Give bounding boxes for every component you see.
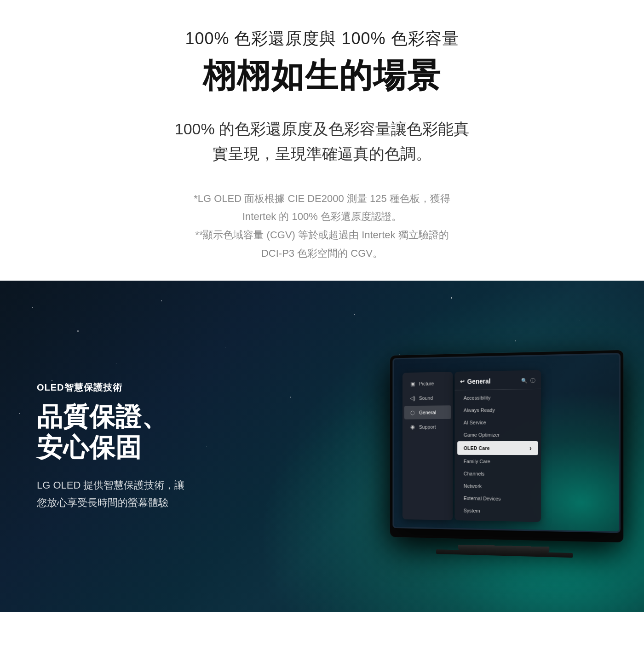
top-description: 100% 的色彩還原度及色彩容量讓色彩能真 實呈現，呈現準確逼真的色調。 (46, 116, 598, 167)
menu-item-sound[interactable]: ◁) Sound (404, 391, 451, 405)
bottom-title: 品質保證、安心保固 (37, 401, 193, 463)
note2: Intertek 的 100% 色彩還原度認證。 (242, 211, 402, 222)
menu-item-support-label: Support (419, 424, 436, 430)
picture-icon: ▣ (409, 380, 415, 387)
menu-right-item-oled-care[interactable]: OLED Care (457, 441, 538, 455)
menu-right-item-ai-service[interactable]: AI Service (457, 416, 538, 429)
menu-right-item-game-optimizer[interactable]: Game Optimizer (457, 429, 538, 441)
bottom-desc-line1: LG OLED 提供智慧保護技術，讓 (37, 479, 184, 491)
bottom-desc-line2: 您放心享受長時間的螢幕體驗 (37, 497, 168, 508)
bottom-title-line1: 品質保證、安心保固 (37, 402, 168, 462)
tv-wrapper: ▣ Picture ◁) Sound ◌ General (390, 350, 623, 542)
tv-screen: ▣ Picture ◁) Sound ◌ General (392, 353, 621, 533)
menu-right-panel: ↩ General 🔍 ⓘ Accessibility Always Ready (454, 370, 541, 522)
top-desc-line1: 100% 的色彩還原度及色彩容量讓色彩能真 (175, 120, 469, 138)
tv-container: ▣ Picture ◁) Sound ◌ General (385, 353, 621, 540)
menu-left-panel: ▣ Picture ◁) Sound ◌ General (402, 372, 453, 520)
general-icon: ◌ (409, 409, 415, 416)
menu-right-item-channels[interactable]: Channels (457, 468, 538, 480)
bottom-label: OLED智慧保護技術 (37, 381, 193, 394)
menu-item-support[interactable]: ◉ Support (404, 420, 451, 434)
back-icon: ↩ (460, 379, 465, 385)
menu-right-item-family-care[interactable]: Family Care (457, 455, 538, 468)
top-subtitle: 100% 色彩還原度與 100% 色彩容量 (46, 28, 598, 50)
note4: DCI-P3 色彩空間的 CGV。 (261, 248, 383, 259)
menu-item-picture-label: Picture (419, 381, 434, 386)
sound-icon: ◁) (409, 395, 415, 402)
search-icon[interactable]: 🔍 (521, 378, 528, 384)
help-icon[interactable]: ⓘ (530, 377, 535, 384)
bottom-section: OLED智慧保護技術 品質保證、安心保固 LG OLED 提供智慧保護技術，讓 … (0, 281, 644, 612)
menu-right-header: ↩ General 🔍 ⓘ (454, 374, 541, 391)
menu-item-general[interactable]: ◌ General (404, 405, 451, 419)
top-desc-line2: 實呈現，呈現準確逼真的色調。 (213, 145, 431, 162)
note3: **顯示色域容量 (CGV) 等於或超過由 Intertek 獨立驗證的 (195, 229, 448, 241)
menu-right-item-accessibility[interactable]: Accessibility (457, 391, 538, 404)
note1: *LG OLED 面板根據 CIE DE2000 測量 125 種色板，獲得 (194, 193, 450, 204)
menu-right-title: ↩ General (460, 378, 491, 386)
menu-right-item-always-ready[interactable]: Always Ready (457, 403, 538, 416)
top-notes: *LG OLED 面板根據 CIE DE2000 測量 125 種色板，獲得 I… (46, 190, 598, 262)
menu-item-picture[interactable]: ▣ Picture (404, 376, 451, 391)
bottom-text-content: OLED智慧保護技術 品質保證、安心保固 LG OLED 提供智慧保護技術，讓 … (0, 354, 230, 539)
support-icon: ◉ (409, 424, 415, 430)
menu-item-sound-label: Sound (419, 395, 433, 401)
menu-right-item-system[interactable]: System (457, 505, 538, 518)
tv-bezel: ▣ Picture ◁) Sound ◌ General (390, 350, 623, 542)
top-section: 100% 色彩還原度與 100% 色彩容量 栩栩如生的場景 100% 的色彩還原… (0, 0, 644, 281)
menu-header-icons: 🔍 ⓘ (521, 377, 535, 384)
bottom-desc: LG OLED 提供智慧保護技術，讓 您放心享受長時間的螢幕體驗 (37, 477, 193, 511)
top-title: 栩栩如生的場景 (46, 54, 598, 98)
menu-item-general-label: General (419, 410, 436, 415)
menu-right-item-network[interactable]: Network (457, 480, 538, 493)
tv-menu: ▣ Picture ◁) Sound ◌ General (402, 370, 541, 522)
menu-right-item-external-devices[interactable]: External Devices (457, 492, 538, 505)
